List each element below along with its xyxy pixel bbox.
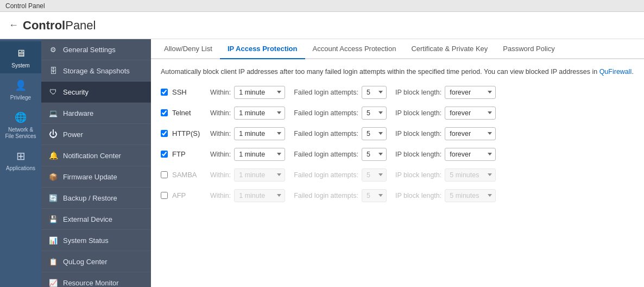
sidebar-icon-system[interactable]: System <box>0 41 41 73</box>
sidebar-menu-storage-snapshots[interactable]: Storage & Snapshots <box>41 60 151 82</box>
sidebar-icon-applications[interactable]: Applications <box>0 144 41 176</box>
telnet-checkbox[interactable] <box>161 109 168 116</box>
sidebar-menu-external-device[interactable]: External Device <box>41 209 151 230</box>
security-menu-icon <box>48 86 59 97</box>
sidebar-menu-notification-center[interactable]: Notification Center <box>41 145 151 166</box>
http-attempts-group: Failed login attempts: 351015 <box>294 127 387 140</box>
telnet-block-select[interactable]: forever5 minutes10 minutes30 minutes1 ho… <box>445 107 496 120</box>
http-block-label: IP block length: <box>395 130 441 138</box>
tabs-bar: Allow/Deny ListIP Access ProtectionAccou… <box>151 39 644 59</box>
sidebar-icon-privilege[interactable]: Privilege <box>0 73 41 105</box>
http-checkbox[interactable] <box>161 130 168 137</box>
service-row-ftp: FTP Within: 1 minute5 minutes10 minutes3… <box>161 148 634 161</box>
network-icon <box>13 110 28 125</box>
sidebar-menu-backup-restore[interactable]: Backup / Restore <box>41 188 151 209</box>
http-within-label: Within: <box>210 130 231 138</box>
ssh-checkbox[interactable] <box>161 89 168 96</box>
general-settings-menu-icon <box>48 44 59 55</box>
afp-block-group: IP block length: forever5 minutes10 minu… <box>395 189 496 202</box>
ftp-block-group: IP block length: forever5 minutes10 minu… <box>395 148 496 161</box>
ssh-block-label: IP block length: <box>395 89 441 96</box>
ssh-attempts-select[interactable]: 351015 <box>362 86 387 99</box>
ftp-checkbox[interactable] <box>161 151 168 158</box>
telnet-attempts-group: Failed login attempts: 351015 <box>294 107 387 120</box>
sidebar-menu-power[interactable]: Power <box>41 124 151 145</box>
qulog-center-menu-label: QuLog Center <box>63 258 108 266</box>
ssh-block-select[interactable]: forever5 minutes10 minutes30 minutes1 ho… <box>445 86 496 99</box>
title-bar: Control Panel <box>0 0 644 12</box>
ftp-block-select[interactable]: forever5 minutes10 minutes30 minutes1 ho… <box>445 148 496 161</box>
sidebar-icon-network[interactable]: Network &File Services <box>0 105 41 144</box>
ftp-name: FTP <box>172 150 210 158</box>
http-attempts-label: Failed login attempts: <box>294 130 358 138</box>
sidebar-menu-qulog-center[interactable]: QuLog Center <box>41 251 151 272</box>
tab-account-access[interactable]: Account Access Protection <box>305 39 404 59</box>
sidebar-menu-security[interactable]: Security <box>41 82 151 103</box>
system-icon-label: System <box>11 63 29 69</box>
backup-restore-menu-label: Backup / Restore <box>63 194 117 202</box>
title-light: Panel <box>65 18 96 32</box>
ftp-attempts-group: Failed login attempts: 351015 <box>294 148 387 161</box>
ssh-within-select[interactable]: 1 minute5 minutes10 minutes30 minutes <box>234 86 285 99</box>
title-bold: Control <box>23 18 65 32</box>
qufirewall-link[interactable]: QuFirewall <box>599 68 632 76</box>
tab-certificate[interactable]: Certificate & Private Key <box>403 39 495 59</box>
ftp-block-label: IP block length: <box>395 151 441 158</box>
ftp-attempts-label: Failed login attempts: <box>294 151 358 158</box>
afp-attempts-label: Failed login attempts: <box>294 192 358 199</box>
sidebar-menu: General SettingsStorage & SnapshotsSecur… <box>41 39 151 287</box>
backup-restore-menu-icon <box>48 192 59 203</box>
title-bar-label: Control Panel <box>5 2 45 10</box>
afp-checkbox[interactable] <box>161 192 168 199</box>
main-layout: SystemPrivilegeNetwork &File ServicesApp… <box>0 39 644 287</box>
service-row-samba: SAMBA Within: 1 minute5 minutes10 minute… <box>161 169 634 182</box>
telnet-attempts-label: Failed login attempts: <box>294 109 358 117</box>
telnet-within-group: Within: 1 minute5 minutes10 minutes30 mi… <box>210 107 285 120</box>
ftp-within-group: Within: 1 minute5 minutes10 minutes30 mi… <box>210 148 285 161</box>
system-icon <box>13 46 28 61</box>
system-status-menu-icon <box>48 235 59 246</box>
http-within-select[interactable]: 1 minute5 minutes10 minutes30 minutes <box>234 127 285 140</box>
telnet-attempts-select[interactable]: 351015 <box>362 107 387 120</box>
samba-attempts-select: 351015 <box>362 169 387 182</box>
network-icon-label: Network &File Services <box>5 127 36 140</box>
sidebar-menu-firmware-update[interactable]: Firmware Update <box>41 166 151 188</box>
external-device-menu-label: External Device <box>63 215 112 223</box>
back-button[interactable]: ← <box>9 20 18 31</box>
samba-within-label: Within: <box>210 171 231 179</box>
services-container: SSH Within: 1 minute5 minutes10 minutes3… <box>161 86 634 202</box>
telnet-name: Telnet <box>172 109 210 117</box>
tab-allow-deny[interactable]: Allow/Deny List <box>156 39 220 59</box>
storage-snapshots-menu-label: Storage & Snapshots <box>63 67 130 75</box>
samba-checkbox[interactable] <box>161 171 168 178</box>
ftp-attempts-select[interactable]: 351015 <box>362 148 387 161</box>
afp-block-label: IP block length: <box>395 192 441 199</box>
privilege-icon <box>13 78 28 93</box>
firmware-update-menu-icon <box>48 171 59 182</box>
http-block-select[interactable]: forever5 minutes10 minutes30 minutes1 ho… <box>445 127 496 140</box>
sidebar-menu-hardware[interactable]: Hardware <box>41 103 151 124</box>
http-attempts-select[interactable]: 351015 <box>362 127 387 140</box>
afp-attempts-select: 351015 <box>362 189 387 202</box>
applications-icon-label: Applications <box>6 165 35 172</box>
telnet-block-label: IP block length: <box>395 109 441 117</box>
samba-block-select: forever5 minutes10 minutes30 minutes1 ho… <box>445 169 496 182</box>
description-text: Automatically block client IP addresses … <box>161 67 634 77</box>
http-within-group: Within: 1 minute5 minutes10 minutes30 mi… <box>210 127 285 140</box>
service-row-telnet: Telnet Within: 1 minute5 minutes10 minut… <box>161 107 634 120</box>
tab-password-policy[interactable]: Password Policy <box>495 39 562 59</box>
sidebar-menu-general-settings[interactable]: General Settings <box>41 39 151 60</box>
service-row-ssh: SSH Within: 1 minute5 minutes10 minutes3… <box>161 86 634 99</box>
telnet-block-group: IP block length: forever5 minutes10 minu… <box>395 107 496 120</box>
system-status-menu-label: System Status <box>63 236 109 245</box>
sidebar-menu-resource-monitor[interactable]: Resource Monitor <box>41 272 151 287</box>
ssh-within-label: Within: <box>210 89 231 96</box>
service-row-afp: AFP Within: 1 minute5 minutes10 minutes3… <box>161 189 634 202</box>
sidebar-menu-system-status[interactable]: System Status <box>41 230 151 251</box>
header: ← ControlPanel <box>0 12 644 39</box>
qulog-center-menu-icon <box>48 256 59 267</box>
telnet-within-select[interactable]: 1 minute5 minutes10 minutes30 minutes <box>234 107 285 120</box>
samba-block-group: IP block length: forever5 minutes10 minu… <box>395 169 496 182</box>
ftp-within-select[interactable]: 1 minute5 minutes10 minutes30 minutes <box>234 148 285 161</box>
tab-ip-access[interactable]: IP Access Protection <box>220 39 305 59</box>
